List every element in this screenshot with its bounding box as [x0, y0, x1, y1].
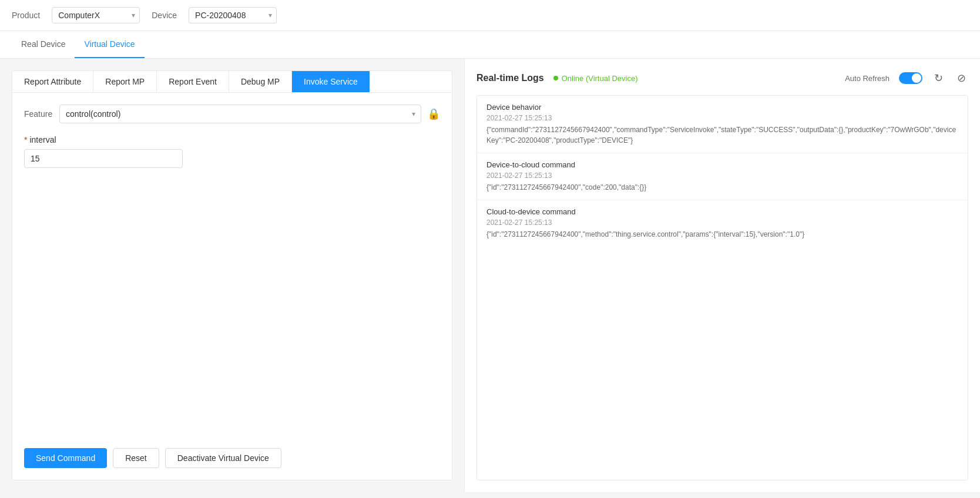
device-select-wrapper[interactable]: PC-20200408 ▾: [189, 7, 277, 23]
auto-refresh-toggle[interactable]: [899, 72, 922, 84]
inner-tabs: Report Attribute Report MP Report Event …: [12, 70, 452, 93]
required-marker: *: [24, 135, 27, 144]
log-entry-2: Cloud-to-device command 2021-02-27 15:25…: [477, 200, 968, 247]
lock-icon[interactable]: 🔒: [427, 107, 440, 120]
main-layout: Report Attribute Report MP Report Event …: [0, 59, 980, 492]
left-panel: Report Attribute Report MP Report Event …: [0, 59, 464, 492]
right-panel: Real-time Logs Online (Virtual Device) A…: [464, 59, 980, 492]
feature-select[interactable]: control(control): [59, 105, 421, 123]
interval-input[interactable]: [24, 149, 183, 168]
product-select[interactable]: ComputerX: [52, 7, 140, 23]
tab-virtual-device[interactable]: Virtual Device: [75, 31, 144, 58]
reset-button[interactable]: Reset: [113, 448, 159, 468]
bottom-buttons: Send Command Reset Deactivate Virtual De…: [24, 436, 440, 468]
tab-real-device[interactable]: Real Device: [12, 31, 75, 58]
product-select-wrapper[interactable]: ComputerX ▾: [52, 7, 140, 23]
logs-container: Device behavior 2021-02-27 15:25:13 {"co…: [476, 95, 968, 480]
device-tabs: Real Device Virtual Device: [0, 31, 980, 59]
send-command-button[interactable]: Send Command: [24, 448, 107, 468]
tab-report-mp[interactable]: Report MP: [93, 71, 157, 92]
log-timestamp-0: 2021-02-27 15:25:13: [486, 114, 958, 122]
tab-report-event[interactable]: Report Event: [157, 71, 229, 92]
feature-label: Feature: [24, 109, 53, 119]
online-status: Online (Virtual Device): [562, 74, 638, 83]
log-entry-1: Device-to-cloud command 2021-02-27 15:25…: [477, 153, 968, 200]
tab-report-attribute[interactable]: Report Attribute: [12, 71, 93, 92]
log-timestamp-2: 2021-02-27 15:25:13: [486, 218, 958, 227]
auto-refresh-label: Auto Refresh: [845, 74, 890, 83]
log-category-0: Device behavior: [486, 103, 958, 112]
logs-header: Real-time Logs Online (Virtual Device) A…: [476, 70, 968, 86]
online-badge: Online (Virtual Device): [553, 74, 638, 83]
interval-label: *interval: [24, 135, 440, 144]
form-area: Feature control(control) ▾ 🔒 *interval S…: [12, 93, 452, 480]
log-timestamp-1: 2021-02-27 15:25:13: [486, 171, 958, 180]
top-bar: Product ComputerX ▾ Device PC-20200408 ▾: [0, 0, 980, 31]
tab-debug-mp[interactable]: Debug MP: [229, 71, 292, 92]
toggle-thumb: [912, 73, 921, 83]
feature-select-wrapper[interactable]: control(control) ▾: [59, 105, 421, 123]
logs-title: Real-time Logs: [476, 73, 544, 83]
log-content-0: {"commandId":"2731127245667942400","comm…: [486, 124, 958, 146]
log-content-1: {"id":"2731127245667942400","code":200,"…: [486, 182, 958, 193]
refresh-button[interactable]: ↻: [932, 70, 945, 86]
product-label: Product: [12, 11, 40, 20]
feature-row: Feature control(control) ▾ 🔒: [24, 105, 440, 123]
device-select[interactable]: PC-20200408: [189, 7, 277, 23]
log-entry-0: Device behavior 2021-02-27 15:25:13 {"co…: [477, 96, 968, 153]
device-label: Device: [152, 11, 177, 20]
log-content-2: {"id":"2731127245667942400","method":"th…: [486, 229, 958, 240]
deactivate-button[interactable]: Deactivate Virtual Device: [165, 448, 281, 468]
clear-logs-button[interactable]: ⊘: [955, 70, 968, 86]
log-category-2: Cloud-to-device command: [486, 207, 958, 216]
online-dot-icon: [553, 76, 558, 80]
log-category-1: Device-to-cloud command: [486, 160, 958, 169]
tab-invoke-service[interactable]: Invoke Service: [292, 71, 370, 92]
